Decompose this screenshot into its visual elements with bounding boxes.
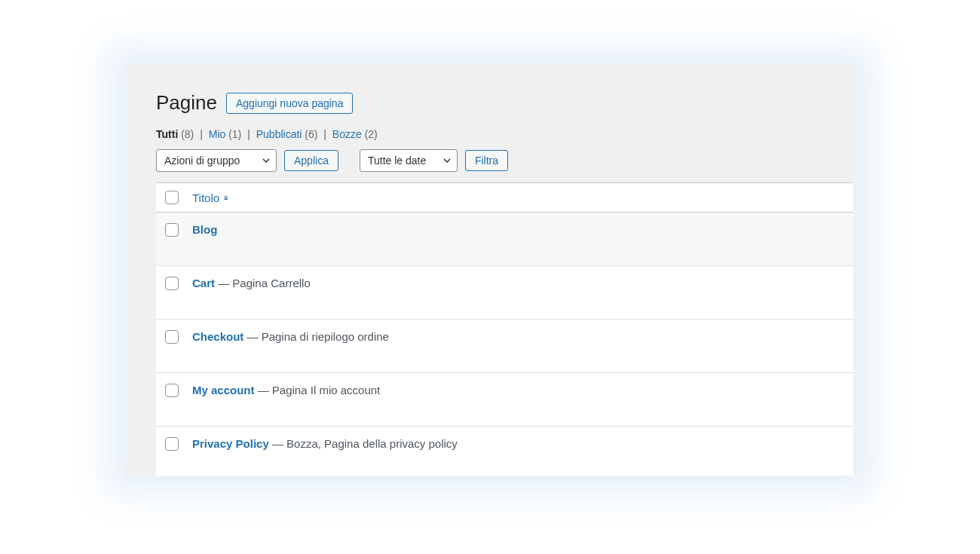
- page-link[interactable]: Cart: [192, 277, 215, 289]
- page-state: — Pagina Carrello: [215, 277, 311, 289]
- apply-bulk-button[interactable]: Applica: [284, 150, 338, 171]
- chevron-down-icon: [262, 158, 270, 163]
- add-new-page-button[interactable]: Aggiungi nuova pagina: [226, 93, 353, 114]
- row-checkbox[interactable]: [165, 330, 179, 344]
- view-filters: Tutti (8) | Mio (1) | Pubblicati (6) | B…: [156, 128, 856, 140]
- table-row: Cart — Pagina Carrello: [156, 266, 853, 320]
- table-row: Blog: [156, 213, 853, 266]
- separator: |: [320, 128, 329, 140]
- bulk-actions-select[interactable]: Azioni di gruppo: [156, 149, 277, 172]
- view-published[interactable]: Pubblicati (6): [256, 128, 321, 140]
- page-link[interactable]: Privacy Policy: [192, 437, 269, 450]
- page-state: — Pagina di riepilogo ordine: [243, 330, 389, 343]
- separator: |: [244, 128, 253, 140]
- filter-button[interactable]: Filtra: [465, 150, 508, 171]
- page-header: Pagine Aggiungi nuova pagina: [156, 91, 856, 115]
- page-state: — Bozza, Pagina della privacy policy: [269, 437, 458, 450]
- page-link[interactable]: Blog: [192, 223, 217, 236]
- table-row: Privacy Policy — Bozza, Pagina della pri…: [156, 427, 853, 476]
- page-link[interactable]: Checkout: [192, 330, 243, 343]
- table-row: Checkout — Pagina di riepilogo ordine: [156, 320, 853, 373]
- row-checkbox[interactable]: [165, 277, 179, 290]
- page-title: Pagine: [156, 91, 217, 115]
- separator: |: [197, 128, 206, 140]
- date-filter-select[interactable]: Tutte le date: [360, 149, 458, 172]
- row-checkbox[interactable]: [165, 384, 179, 397]
- admin-panel: Pagine Aggiungi nuova pagina Tutti (8) |…: [124, 65, 856, 476]
- page-state: — Pagina Il mio account: [255, 384, 381, 396]
- column-title[interactable]: Titolo ▲▼: [192, 191, 229, 204]
- chevron-down-icon: [443, 158, 451, 163]
- table-row: My account — Pagina Il mio account: [156, 373, 853, 427]
- row-checkbox[interactable]: [165, 223, 179, 237]
- view-drafts[interactable]: Bozze (2): [332, 128, 378, 140]
- select-all-checkbox[interactable]: [165, 191, 179, 204]
- filter-bar: Azioni di gruppo Applica Tutte le date F…: [156, 149, 856, 172]
- view-all[interactable]: Tutti (8): [156, 128, 197, 140]
- view-mine[interactable]: Mio (1): [209, 128, 244, 140]
- page-link[interactable]: My account: [192, 384, 255, 396]
- pages-table: Titolo ▲▼ Blog Cart — Pagina Carrello: [156, 182, 853, 476]
- row-checkbox[interactable]: [165, 437, 179, 451]
- table-header: Titolo ▲▼: [156, 183, 853, 213]
